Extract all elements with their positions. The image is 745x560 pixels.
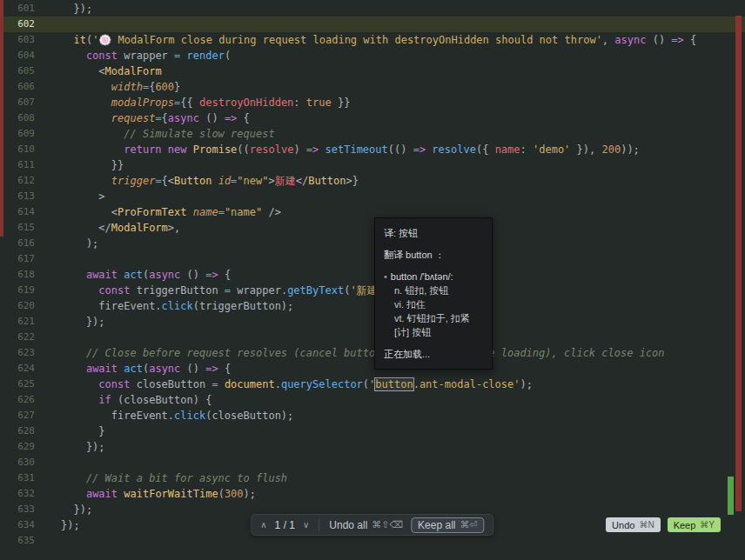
- code-text[interactable]: });: [35, 1, 92, 17]
- line-number[interactable]: 629: [0, 439, 35, 455]
- line-number[interactable]: 611: [0, 157, 35, 173]
- code-text[interactable]: [35, 533, 61, 549]
- code-line[interactable]: 610 return new Promise((resolve) => setT…: [0, 142, 745, 157]
- code-line[interactable]: 631 // Wait a bit for async to flush: [0, 470, 745, 486]
- code-text[interactable]: return new Promise((resolve) => setTimeo…: [35, 142, 640, 157]
- code-text[interactable]: }}: [35, 157, 124, 173]
- line-number[interactable]: 623: [0, 345, 35, 361]
- undo-button[interactable]: Undo ⌘N: [606, 517, 661, 532]
- code-line[interactable]: 616 );: [0, 236, 745, 251]
- line-number[interactable]: 633: [0, 502, 35, 517]
- line-number[interactable]: 609: [0, 126, 35, 142]
- line-number[interactable]: 615: [0, 220, 35, 236]
- code-text[interactable]: // Wait a bit for async to flush: [35, 470, 287, 486]
- overview-ruler-modified-band[interactable]: [735, 16, 742, 511]
- code-text[interactable]: fireEvent.click(closeButton);: [35, 408, 293, 423]
- line-number[interactable]: 614: [0, 204, 35, 220]
- code-text[interactable]: [35, 251, 61, 267]
- code-text[interactable]: // Simulate slow request: [35, 126, 275, 142]
- line-number[interactable]: 606: [0, 79, 35, 95]
- line-number[interactable]: 616: [0, 236, 35, 251]
- code-text[interactable]: // Close before request resolves (cancel…: [35, 345, 665, 361]
- line-number[interactable]: 603: [0, 32, 35, 48]
- code-line[interactable]: 628 }: [0, 423, 745, 439]
- code-line[interactable]: 611 }}: [0, 157, 745, 173]
- line-number[interactable]: 618: [0, 267, 35, 283]
- code-line[interactable]: 630: [0, 455, 745, 470]
- code-text[interactable]: it('🍥 ModalForm close during request loa…: [35, 32, 696, 48]
- line-number[interactable]: 625: [0, 377, 35, 392]
- code-line[interactable]: 622: [0, 330, 745, 345]
- line-number[interactable]: 613: [0, 189, 35, 204]
- keep-all-button[interactable]: Keep all ⌘⏎: [411, 517, 485, 533]
- code-line[interactable]: 629 });: [0, 439, 745, 455]
- code-text[interactable]: request={async () => {: [35, 110, 250, 126]
- code-text[interactable]: });: [35, 439, 105, 455]
- line-number[interactable]: 630: [0, 455, 35, 470]
- code-text[interactable]: await waitForWaitTime(300);: [35, 486, 256, 502]
- code-text[interactable]: if (closeButton) {: [35, 392, 211, 408]
- code-text[interactable]: modalProps={{ destroyOnHidden: true }}: [35, 95, 350, 110]
- code-line[interactable]: 609 // Simulate slow request: [0, 126, 745, 142]
- code-text[interactable]: [35, 330, 61, 345]
- line-number[interactable]: 632: [0, 486, 35, 502]
- line-number[interactable]: 635: [0, 533, 35, 549]
- code-line[interactable]: 606 width={600}: [0, 79, 745, 95]
- line-number[interactable]: 628: [0, 423, 35, 439]
- code-line[interactable]: 612 trigger={<Button id="new">新建</Button…: [0, 173, 745, 189]
- code-text[interactable]: >: [35, 189, 105, 204]
- line-number[interactable]: 605: [0, 63, 35, 79]
- code-text[interactable]: [35, 455, 61, 470]
- code-line[interactable]: 605 <ModalForm: [0, 63, 745, 79]
- line-number[interactable]: 601: [0, 1, 35, 17]
- code-line[interactable]: 626 if (closeButton) {: [0, 392, 745, 408]
- code-line[interactable]: 603 it('🍥 ModalForm close during request…: [0, 32, 745, 48]
- code-text[interactable]: });: [35, 314, 105, 330]
- line-number[interactable]: 620: [0, 298, 35, 314]
- code-text[interactable]: });: [35, 502, 92, 517]
- line-number[interactable]: 624: [0, 361, 35, 377]
- code-text[interactable]: }: [35, 423, 105, 439]
- code-line[interactable]: 620 fireEvent.click(triggerButton);: [0, 298, 745, 314]
- code-line[interactable]: 618 await act(async () => {: [0, 267, 745, 283]
- code-text[interactable]: const wrapper = render(: [35, 48, 231, 63]
- code-text[interactable]: });: [35, 517, 80, 533]
- prev-diff-icon[interactable]: ∧: [260, 520, 266, 530]
- undo-all-button[interactable]: Undo all ⌘⇧⌫: [329, 519, 403, 531]
- code-text[interactable]: <ModalForm: [35, 63, 162, 79]
- line-number[interactable]: 610: [0, 142, 35, 157]
- code-line[interactable]: 602: [0, 17, 745, 32]
- code-text[interactable]: <ProFormText name="name" />: [35, 204, 281, 220]
- line-number[interactable]: 617: [0, 251, 35, 267]
- line-number[interactable]: 634: [0, 517, 35, 533]
- code-line[interactable]: 624 await act(async () => {: [0, 361, 745, 377]
- code-line[interactable]: 604 const wrapper = render(: [0, 48, 745, 63]
- code-line[interactable]: 623 // Close before request resolves (ca…: [0, 345, 745, 361]
- keep-button[interactable]: Keep ⌘Y: [668, 517, 721, 532]
- next-diff-icon[interactable]: ∨: [303, 520, 309, 530]
- code-line[interactable]: 607 modalProps={{ destroyOnHidden: true …: [0, 95, 745, 110]
- code-line[interactable]: 613 >: [0, 189, 745, 204]
- line-number[interactable]: 612: [0, 173, 35, 189]
- line-number[interactable]: 619: [0, 283, 35, 298]
- line-number[interactable]: 627: [0, 408, 35, 423]
- code-text[interactable]: width={600}: [35, 79, 180, 95]
- code-line[interactable]: 627 fireEvent.click(closeButton);: [0, 408, 745, 423]
- code-line[interactable]: 621 });: [0, 314, 745, 330]
- line-number[interactable]: 621: [0, 314, 35, 330]
- code-text[interactable]: trigger={<Button id="new">新建</Button>}: [35, 173, 359, 189]
- code-line[interactable]: 619 const triggerButton = wrapper.getByT…: [0, 283, 745, 298]
- code-line[interactable]: 617: [0, 251, 745, 267]
- line-number[interactable]: 607: [0, 95, 35, 110]
- code-text[interactable]: );: [35, 236, 98, 251]
- code-text[interactable]: await act(async () => {: [35, 361, 231, 377]
- code-line[interactable]: 632 await waitForWaitTime(300);: [0, 486, 745, 502]
- code-line[interactable]: 625 const closeButton = document.querySe…: [0, 377, 745, 392]
- code-text[interactable]: </ModalForm>,: [35, 220, 180, 236]
- line-number[interactable]: 622: [0, 330, 35, 345]
- code-text[interactable]: const closeButton = document.querySelect…: [35, 377, 533, 392]
- line-number[interactable]: 602: [0, 17, 35, 32]
- code-text[interactable]: await act(async () => {: [35, 267, 231, 283]
- line-number[interactable]: 631: [0, 470, 35, 486]
- line-number[interactable]: 604: [0, 48, 35, 63]
